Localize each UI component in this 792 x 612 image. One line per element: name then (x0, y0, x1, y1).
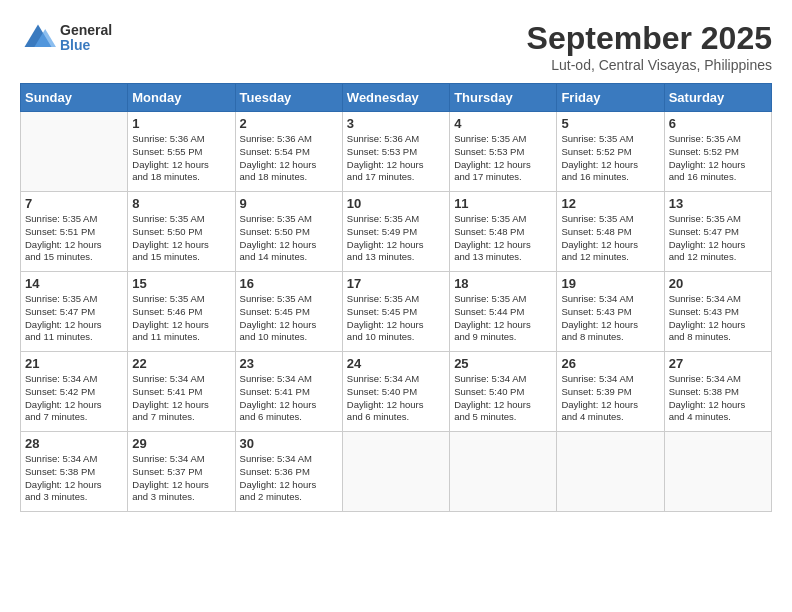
calendar-cell: 2Sunrise: 5:36 AM Sunset: 5:54 PM Daylig… (235, 112, 342, 192)
day-number: 19 (561, 276, 659, 291)
calendar-cell: 17Sunrise: 5:35 AM Sunset: 5:45 PM Dayli… (342, 272, 449, 352)
day-number: 25 (454, 356, 552, 371)
day-info: Sunrise: 5:35 AM Sunset: 5:52 PM Dayligh… (669, 133, 767, 184)
calendar-cell: 19Sunrise: 5:34 AM Sunset: 5:43 PM Dayli… (557, 272, 664, 352)
day-info: Sunrise: 5:35 AM Sunset: 5:49 PM Dayligh… (347, 213, 445, 264)
day-info: Sunrise: 5:36 AM Sunset: 5:54 PM Dayligh… (240, 133, 338, 184)
day-info: Sunrise: 5:35 AM Sunset: 5:50 PM Dayligh… (132, 213, 230, 264)
logo-icon (20, 20, 56, 56)
day-number: 7 (25, 196, 123, 211)
day-number: 18 (454, 276, 552, 291)
calendar-cell: 26Sunrise: 5:34 AM Sunset: 5:39 PM Dayli… (557, 352, 664, 432)
day-number: 3 (347, 116, 445, 131)
day-number: 4 (454, 116, 552, 131)
day-number: 16 (240, 276, 338, 291)
day-number: 30 (240, 436, 338, 451)
weekday-header-friday: Friday (557, 84, 664, 112)
calendar-week-row: 1Sunrise: 5:36 AM Sunset: 5:55 PM Daylig… (21, 112, 772, 192)
calendar-cell (21, 112, 128, 192)
day-number: 1 (132, 116, 230, 131)
day-number: 22 (132, 356, 230, 371)
day-number: 28 (25, 436, 123, 451)
day-number: 29 (132, 436, 230, 451)
page-header: General Blue September 2025 Lut-od, Cent… (20, 20, 772, 73)
day-info: Sunrise: 5:34 AM Sunset: 5:41 PM Dayligh… (240, 373, 338, 424)
day-number: 13 (669, 196, 767, 211)
day-info: Sunrise: 5:34 AM Sunset: 5:40 PM Dayligh… (347, 373, 445, 424)
day-info: Sunrise: 5:36 AM Sunset: 5:53 PM Dayligh… (347, 133, 445, 184)
day-number: 9 (240, 196, 338, 211)
day-info: Sunrise: 5:34 AM Sunset: 5:37 PM Dayligh… (132, 453, 230, 504)
calendar-cell (664, 432, 771, 512)
calendar-cell: 13Sunrise: 5:35 AM Sunset: 5:47 PM Dayli… (664, 192, 771, 272)
day-info: Sunrise: 5:35 AM Sunset: 5:44 PM Dayligh… (454, 293, 552, 344)
day-info: Sunrise: 5:34 AM Sunset: 5:40 PM Dayligh… (454, 373, 552, 424)
calendar-cell: 25Sunrise: 5:34 AM Sunset: 5:40 PM Dayli… (450, 352, 557, 432)
weekday-header-saturday: Saturday (664, 84, 771, 112)
day-number: 21 (25, 356, 123, 371)
day-number: 6 (669, 116, 767, 131)
calendar-cell: 4Sunrise: 5:35 AM Sunset: 5:53 PM Daylig… (450, 112, 557, 192)
logo-blue-text: Blue (60, 38, 112, 53)
calendar-body: 1Sunrise: 5:36 AM Sunset: 5:55 PM Daylig… (21, 112, 772, 512)
day-info: Sunrise: 5:34 AM Sunset: 5:38 PM Dayligh… (25, 453, 123, 504)
title-block: September 2025 Lut-od, Central Visayas, … (527, 20, 772, 73)
day-info: Sunrise: 5:34 AM Sunset: 5:41 PM Dayligh… (132, 373, 230, 424)
calendar-cell: 9Sunrise: 5:35 AM Sunset: 5:50 PM Daylig… (235, 192, 342, 272)
day-number: 8 (132, 196, 230, 211)
day-info: Sunrise: 5:34 AM Sunset: 5:42 PM Dayligh… (25, 373, 123, 424)
day-info: Sunrise: 5:34 AM Sunset: 5:38 PM Dayligh… (669, 373, 767, 424)
day-number: 5 (561, 116, 659, 131)
calendar-header: SundayMondayTuesdayWednesdayThursdayFrid… (21, 84, 772, 112)
calendar-cell: 18Sunrise: 5:35 AM Sunset: 5:44 PM Dayli… (450, 272, 557, 352)
logo-general-text: General (60, 23, 112, 38)
day-number: 12 (561, 196, 659, 211)
calendar-cell: 12Sunrise: 5:35 AM Sunset: 5:48 PM Dayli… (557, 192, 664, 272)
day-info: Sunrise: 5:36 AM Sunset: 5:55 PM Dayligh… (132, 133, 230, 184)
day-number: 23 (240, 356, 338, 371)
calendar-week-row: 28Sunrise: 5:34 AM Sunset: 5:38 PM Dayli… (21, 432, 772, 512)
day-info: Sunrise: 5:35 AM Sunset: 5:50 PM Dayligh… (240, 213, 338, 264)
day-info: Sunrise: 5:35 AM Sunset: 5:51 PM Dayligh… (25, 213, 123, 264)
day-info: Sunrise: 5:35 AM Sunset: 5:45 PM Dayligh… (240, 293, 338, 344)
calendar-cell: 10Sunrise: 5:35 AM Sunset: 5:49 PM Dayli… (342, 192, 449, 272)
day-number: 20 (669, 276, 767, 291)
day-info: Sunrise: 5:34 AM Sunset: 5:39 PM Dayligh… (561, 373, 659, 424)
calendar-cell: 20Sunrise: 5:34 AM Sunset: 5:43 PM Dayli… (664, 272, 771, 352)
calendar-week-row: 7Sunrise: 5:35 AM Sunset: 5:51 PM Daylig… (21, 192, 772, 272)
calendar-cell: 27Sunrise: 5:34 AM Sunset: 5:38 PM Dayli… (664, 352, 771, 432)
calendar-cell: 15Sunrise: 5:35 AM Sunset: 5:46 PM Dayli… (128, 272, 235, 352)
calendar-cell (557, 432, 664, 512)
day-info: Sunrise: 5:35 AM Sunset: 5:48 PM Dayligh… (561, 213, 659, 264)
weekday-header-tuesday: Tuesday (235, 84, 342, 112)
calendar-cell: 16Sunrise: 5:35 AM Sunset: 5:45 PM Dayli… (235, 272, 342, 352)
calendar-cell: 30Sunrise: 5:34 AM Sunset: 5:36 PM Dayli… (235, 432, 342, 512)
weekday-header-row: SundayMondayTuesdayWednesdayThursdayFrid… (21, 84, 772, 112)
calendar-cell: 14Sunrise: 5:35 AM Sunset: 5:47 PM Dayli… (21, 272, 128, 352)
day-info: Sunrise: 5:35 AM Sunset: 5:46 PM Dayligh… (132, 293, 230, 344)
calendar-table: SundayMondayTuesdayWednesdayThursdayFrid… (20, 83, 772, 512)
calendar-cell: 23Sunrise: 5:34 AM Sunset: 5:41 PM Dayli… (235, 352, 342, 432)
day-number: 15 (132, 276, 230, 291)
day-number: 11 (454, 196, 552, 211)
day-info: Sunrise: 5:35 AM Sunset: 5:47 PM Dayligh… (669, 213, 767, 264)
calendar-cell: 24Sunrise: 5:34 AM Sunset: 5:40 PM Dayli… (342, 352, 449, 432)
calendar-cell (342, 432, 449, 512)
weekday-header-monday: Monday (128, 84, 235, 112)
calendar-week-row: 14Sunrise: 5:35 AM Sunset: 5:47 PM Dayli… (21, 272, 772, 352)
calendar-cell: 1Sunrise: 5:36 AM Sunset: 5:55 PM Daylig… (128, 112, 235, 192)
calendar-cell (450, 432, 557, 512)
calendar-cell: 7Sunrise: 5:35 AM Sunset: 5:51 PM Daylig… (21, 192, 128, 272)
day-number: 27 (669, 356, 767, 371)
day-info: Sunrise: 5:34 AM Sunset: 5:43 PM Dayligh… (669, 293, 767, 344)
calendar-cell: 21Sunrise: 5:34 AM Sunset: 5:42 PM Dayli… (21, 352, 128, 432)
calendar-cell: 8Sunrise: 5:35 AM Sunset: 5:50 PM Daylig… (128, 192, 235, 272)
weekday-header-wednesday: Wednesday (342, 84, 449, 112)
weekday-header-thursday: Thursday (450, 84, 557, 112)
day-number: 17 (347, 276, 445, 291)
logo: General Blue (20, 20, 112, 56)
calendar-cell: 5Sunrise: 5:35 AM Sunset: 5:52 PM Daylig… (557, 112, 664, 192)
calendar-cell: 11Sunrise: 5:35 AM Sunset: 5:48 PM Dayli… (450, 192, 557, 272)
calendar-cell: 22Sunrise: 5:34 AM Sunset: 5:41 PM Dayli… (128, 352, 235, 432)
day-info: Sunrise: 5:35 AM Sunset: 5:47 PM Dayligh… (25, 293, 123, 344)
